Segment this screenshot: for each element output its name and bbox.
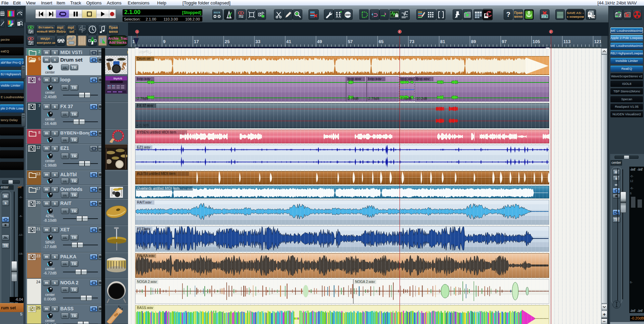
svg-text:41: 41 xyxy=(286,39,291,44)
svg-text:105: 105 xyxy=(533,39,540,44)
svg-text:113: 113 xyxy=(563,39,570,44)
svg-text:81: 81 xyxy=(440,39,445,44)
svg-text:25: 25 xyxy=(225,39,229,44)
svg-text:m: m xyxy=(589,13,591,15)
svg-text:17: 17 xyxy=(194,39,199,44)
svg-text:97: 97 xyxy=(502,39,507,44)
svg-text:FX: FX xyxy=(542,15,546,18)
svg-text:8828: 8828 xyxy=(214,11,220,14)
svg-text:33: 33 xyxy=(255,39,260,44)
svg-text:121: 121 xyxy=(594,39,601,44)
svg-text:57: 57 xyxy=(348,39,353,44)
svg-text:9: 9 xyxy=(163,39,165,44)
svg-text:StylUS: StylUS xyxy=(113,77,122,80)
svg-text:65: 65 xyxy=(379,39,383,44)
svg-text:89: 89 xyxy=(471,39,476,44)
svg-text:SWS: SWS xyxy=(345,13,351,16)
svg-text:73: 73 xyxy=(409,39,414,44)
svg-text:49: 49 xyxy=(317,39,322,44)
